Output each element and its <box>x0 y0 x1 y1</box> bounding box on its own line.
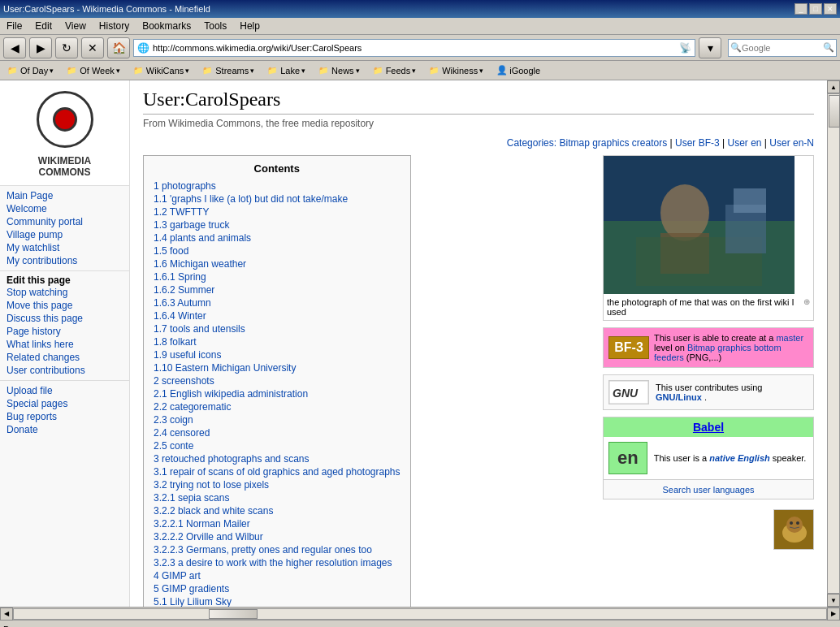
stop-button[interactable]: ✕ <box>81 37 104 58</box>
bf3-master-link[interactable]: master <box>776 333 803 343</box>
toc-link[interactable]: 3 retouched photographs and scans <box>154 453 309 465</box>
bookmark-igoogle[interactable]: 👤 iGoogle <box>492 63 544 77</box>
bookmark-wikicans[interactable]: WikiCans <box>129 64 193 77</box>
toc-link[interactable]: 1.6.4 Winter <box>154 310 206 322</box>
sidebar-item-what-links[interactable]: What links here <box>6 338 123 351</box>
h-scroll-track[interactable] <box>13 608 827 620</box>
scroll-right-arrow[interactable]: ▶ <box>827 608 840 621</box>
search-go-icon[interactable]: 🔍 <box>823 42 834 53</box>
toc-link[interactable]: 2 screenshots <box>154 375 214 387</box>
bookmark-wikiness[interactable]: Wikiness <box>425 64 487 77</box>
bookmark-news[interactable]: News <box>314 64 364 77</box>
toc-link[interactable]: 1.6.1 Spring <box>154 271 206 283</box>
forward-button[interactable]: ▶ <box>29 37 52 58</box>
toc-link[interactable]: 1.2 TWFTTY <box>154 206 209 218</box>
sidebar-item-edit[interactable]: Edit this page <box>6 275 71 286</box>
category-user-en[interactable]: User en <box>727 137 761 149</box>
maximize-button[interactable]: □ <box>809 3 822 15</box>
toc-link[interactable]: 3.2.2.3 Germans, pretty ones and regular… <box>154 544 372 556</box>
sidebar-item-community[interactable]: Community portal <box>6 215 123 228</box>
bookmark-lake[interactable]: Lake <box>263 64 310 77</box>
sidebar-item-discuss[interactable]: Discuss this page <box>6 312 123 325</box>
menu-history[interactable]: History <box>96 19 132 32</box>
sidebar-item-contributions[interactable]: My contributions <box>6 254 123 267</box>
babel-english-link[interactable]: English <box>738 453 770 463</box>
vertical-scrollbar[interactable]: ▲ ▼ <box>827 80 840 607</box>
sidebar-item-related[interactable]: Related changes <box>6 351 123 364</box>
toc-link[interactable]: 3.1 repair of scans of old graphics and … <box>154 466 401 478</box>
toc-link[interactable]: 3.2 trying not to lose pixels <box>154 479 269 491</box>
reload-button[interactable]: ↻ <box>55 37 78 58</box>
window-controls[interactable]: _ □ ✕ <box>795 3 837 15</box>
menu-help[interactable]: Help <box>236 19 263 32</box>
toc-link[interactable]: 1.8 folkart <box>154 336 197 348</box>
toc-link[interactable]: 1.9 useful icons <box>154 349 221 361</box>
sidebar-item-watchlist[interactable]: My watchlist <box>6 241 123 254</box>
sidebar-item-upload[interactable]: Upload file <box>6 384 123 397</box>
toc-link[interactable]: 1.1 'graphs I like (a lot) but did not t… <box>154 193 348 205</box>
toc-link[interactable]: 2.1 English wikipedia administration <box>154 388 308 400</box>
search-input[interactable] <box>742 43 823 53</box>
toc-link[interactable]: 2.5 conte <box>154 440 193 452</box>
toc-link[interactable]: 1.6.3 Autumn <box>154 297 211 309</box>
horizontal-scrollbar[interactable]: ◀ ▶ <box>0 607 840 620</box>
babel-native-link[interactable]: native <box>709 453 735 463</box>
toc-link[interactable]: 2.3 coign <box>154 414 193 426</box>
address-input[interactable] <box>153 43 676 53</box>
home-button[interactable]: 🏠 <box>107 37 130 58</box>
toc-link[interactable]: 4 GIMP art <box>154 570 201 582</box>
toc-link[interactable]: 3.2.3 a desire to work with the higher r… <box>154 557 392 569</box>
scroll-down-arrow[interactable]: ▼ <box>827 594 840 607</box>
toc-link[interactable]: 1.5 food <box>154 245 188 257</box>
toc-link[interactable]: 3.2.2.1 Norman Mailer <box>154 518 250 530</box>
bookmark-of-week[interactable]: Of Week <box>63 64 124 77</box>
scroll-thumb[interactable] <box>829 95 840 128</box>
menu-tools[interactable]: Tools <box>201 19 230 32</box>
search-bar[interactable]: 🔍 🔍 <box>728 39 837 57</box>
minimize-button[interactable]: _ <box>795 3 808 15</box>
expand-icon[interactable]: ⊕ <box>803 297 810 306</box>
category-bitmap[interactable]: Bitmap graphics creators <box>559 137 667 149</box>
babel-search-link[interactable]: Search user languages <box>662 485 754 495</box>
menu-file[interactable]: File <box>3 19 25 32</box>
toc-link[interactable]: 1.3 garbage truck <box>154 219 229 231</box>
menu-view[interactable]: View <box>62 19 89 32</box>
menu-edit[interactable]: Edit <box>32 19 55 32</box>
bookmark-of-day[interactable]: Of Day <box>3 64 58 77</box>
scroll-up-arrow[interactable]: ▲ <box>827 80 840 93</box>
toc-link[interactable]: 5.1 Lily Lilium Sky <box>154 596 232 607</box>
category-user-en-n[interactable]: User en-N <box>769 137 814 149</box>
address-bar[interactable]: 🌐 📡 <box>133 39 695 57</box>
toc-link[interactable]: 3.2.1 sepia scans <box>154 492 229 504</box>
sidebar-item-donate[interactable]: Donate <box>6 423 123 436</box>
dropdown-button[interactable]: ▾ <box>699 37 721 58</box>
toc-link[interactable]: 5 GIMP gradients <box>154 583 229 595</box>
toc-link[interactable]: 1.7 tools and utensils <box>154 323 245 335</box>
sidebar-item-history[interactable]: Page history <box>6 325 123 338</box>
scroll-left-arrow[interactable]: ◀ <box>0 608 13 621</box>
toc-link[interactable]: 3.2.2.2 Orville and Wilbur <box>154 531 263 543</box>
category-user-bf3[interactable]: User BF-3 <box>675 137 720 149</box>
close-button[interactable]: ✕ <box>824 3 837 15</box>
toc-link[interactable]: 1.10 Eastern Michigan University <box>154 362 296 374</box>
menu-bookmarks[interactable]: Bookmarks <box>139 19 194 32</box>
sidebar-item-special[interactable]: Special pages <box>6 397 123 410</box>
sidebar-item-main-page[interactable]: Main Page <box>6 189 123 202</box>
sidebar-item-user-contributions[interactable]: User contributions <box>6 364 123 377</box>
sidebar-item-welcome[interactable]: Welcome <box>6 202 123 215</box>
toc-link[interactable]: 1.6 Michigan weather <box>154 258 246 270</box>
sidebar-item-move[interactable]: Move this page <box>6 299 123 312</box>
babel-title-link[interactable]: Babel <box>693 421 724 434</box>
back-button[interactable]: ◀ <box>3 37 26 58</box>
sidebar-item-bugs[interactable]: Bug reports <box>6 410 123 423</box>
bookmark-streams[interactable]: Streams <box>198 64 258 77</box>
h-scroll-thumb[interactable] <box>209 609 258 619</box>
bookmark-feeds[interactable]: Feeds <box>369 64 421 77</box>
scroll-track[interactable] <box>827 93 840 594</box>
toc-link[interactable]: 2.2 categorematic <box>154 401 231 413</box>
toc-link[interactable]: 2.4 censored <box>154 427 210 439</box>
sidebar-item-village[interactable]: Village pump <box>6 228 123 241</box>
toc-link[interactable]: 1.4 plants and animals <box>154 232 251 244</box>
gnu-linux-link[interactable]: GNU/Linux <box>656 392 702 402</box>
categories-link[interactable]: Categories: <box>507 137 556 149</box>
